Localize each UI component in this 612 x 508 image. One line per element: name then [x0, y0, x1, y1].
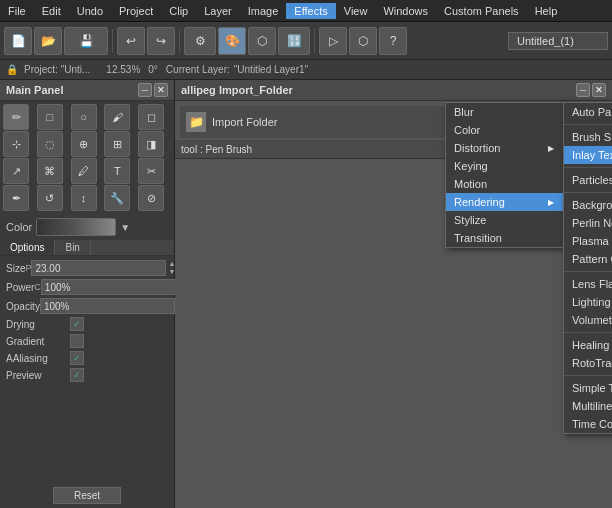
tool-eraser[interactable]: ◻ [138, 104, 164, 130]
menu-undo[interactable]: Undo [69, 3, 111, 19]
size-label: Size [6, 263, 25, 274]
menu-effects-distortion[interactable]: Distortion [446, 139, 564, 157]
menu-bar: File Edit Undo Project Clip Layer Image … [0, 0, 612, 22]
preview-check[interactable]: ✓ [70, 368, 84, 382]
toolbar-save[interactable]: 💾 [64, 27, 108, 55]
menu-effects-motion[interactable]: Motion [446, 175, 564, 193]
toolbar-open[interactable]: 📂 [34, 27, 62, 55]
import-panel-minimize[interactable]: ─ [576, 83, 590, 97]
tool-lasso[interactable]: ◌ [37, 131, 63, 157]
tool-a3[interactable]: 🖊 [71, 158, 97, 184]
submenu-pattern[interactable]: Pattern Generator [564, 250, 612, 268]
submenu-perlin[interactable]: Perlin Noise [564, 214, 612, 232]
submenu-healing[interactable]: Healing Tracker [564, 336, 612, 354]
aaliasing-check[interactable]: ✓ [70, 351, 84, 365]
tool-b4[interactable]: 🔧 [104, 185, 130, 211]
submenu-brush-spreading[interactable]: Brush Spreading [564, 128, 612, 146]
menu-file[interactable]: File [0, 3, 34, 19]
panel-footer: Reset [0, 483, 174, 508]
tool-rect[interactable]: □ [37, 104, 63, 130]
opacity-row: Opacity ▲ ▼ [6, 298, 168, 314]
tool-a5[interactable]: ✂ [138, 158, 164, 184]
menu-effects-rendering[interactable]: Rendering [446, 193, 564, 211]
tool-warp[interactable]: ⊕ [71, 131, 97, 157]
project-title: Untitled_(1) [508, 32, 608, 50]
tool-a2[interactable]: ⌘ [37, 158, 63, 184]
main-panel-minimize[interactable]: ─ [138, 83, 152, 97]
submenu-plasma[interactable]: Plasma [564, 232, 612, 250]
tool-circle[interactable]: ○ [71, 104, 97, 130]
menu-effects-keying[interactable]: Keying [446, 157, 564, 175]
toolbar-btn4[interactable]: 🎨 [218, 27, 246, 55]
menu-image[interactable]: Image [240, 3, 287, 19]
toolbar-sep3 [314, 29, 315, 53]
menu-help[interactable]: Help [527, 3, 566, 19]
menu-effects-blur[interactable]: Blur [446, 103, 564, 121]
layer-name: "Untitled Layer1" [234, 64, 308, 75]
menu-effects-stylize[interactable]: Stylize [446, 211, 564, 229]
toolbar-right: Untitled_(1) [508, 32, 608, 50]
tab-bin[interactable]: Bin [55, 240, 90, 255]
toolbar-stop[interactable]: ⬡ [349, 27, 377, 55]
tool-b3[interactable]: ↕ [71, 185, 97, 211]
submenu-simple-text[interactable]: Simple Text [564, 379, 612, 397]
power-input[interactable] [41, 279, 176, 295]
submenu-timecode[interactable]: Time Code Generator [564, 415, 612, 433]
menu-edit[interactable]: Edit [34, 3, 69, 19]
submenu-background[interactable]: Background Generator [564, 196, 612, 214]
toolbar-btn5[interactable]: ⬡ [248, 27, 276, 55]
tool-grid[interactable]: ⊞ [104, 131, 130, 157]
color-dropdown-arrow[interactable]: ▼ [120, 222, 130, 233]
toolbar-redo[interactable]: ↪ [147, 27, 175, 55]
submenu-particles[interactable]: Particles Generator [564, 171, 612, 189]
menu-layer[interactable]: Layer [196, 3, 240, 19]
import-panel-close[interactable]: ✕ [592, 83, 606, 97]
tool-select[interactable]: ⊹ [3, 131, 29, 157]
effects-menu: Blur Color Distortion Keying Motion Rend… [445, 102, 565, 248]
menu-effects[interactable]: Effects [286, 3, 335, 19]
toolbar-new[interactable]: 📄 [4, 27, 32, 55]
submenu-auto-paint[interactable]: Auto Paint [564, 103, 612, 121]
power-label: Power [6, 282, 34, 293]
menu-windows[interactable]: Windows [375, 3, 436, 19]
tool-a1[interactable]: ↗ [3, 158, 29, 184]
tool-b5[interactable]: ⊘ [138, 185, 164, 211]
toolbar-sep2 [179, 29, 180, 53]
tool-b2[interactable]: ↺ [37, 185, 63, 211]
color-swatch[interactable] [36, 218, 116, 236]
toolbar-undo[interactable]: ↩ [117, 27, 145, 55]
menu-effects-transition[interactable]: Transition [446, 229, 564, 247]
brush-panel-title: tool : Pen Brush [181, 144, 252, 155]
main-panel-close[interactable]: ✕ [154, 83, 168, 97]
toolbar-btn6[interactable]: 🔢 [278, 27, 310, 55]
submenu-lighting[interactable]: Lighting [564, 293, 612, 311]
submenu-lens-flare[interactable]: Lens Flare [564, 275, 612, 293]
submenu-multiline-text[interactable]: Multiline Text [564, 397, 612, 415]
size-input[interactable] [31, 260, 166, 276]
import-panel-title: allipeg Import_Folder [181, 84, 293, 96]
angle: 0° [148, 64, 158, 75]
tool-b1[interactable]: ✒ [3, 185, 29, 211]
opacity-input[interactable] [40, 298, 175, 314]
tool-pen[interactable]: ✏ [3, 104, 29, 130]
menu-effects-color[interactable]: Color [446, 121, 564, 139]
menu-project[interactable]: Project [111, 3, 161, 19]
toolbar: 📄 📂 💾 ↩ ↪ ⚙ 🎨 ⬡ 🔢 ▷ ⬡ ? Untitled_(1) [0, 22, 612, 60]
menu-custom-panels[interactable]: Custom Panels [436, 3, 527, 19]
toolbar-help[interactable]: ? [379, 27, 407, 55]
toolbar-play[interactable]: ▷ [319, 27, 347, 55]
tab-options[interactable]: Options [0, 240, 55, 255]
submenu-volumetric[interactable]: Volumetric Light [564, 311, 612, 329]
submenu-inlay-texture[interactable]: Inlay Texture [564, 146, 612, 164]
reset-button[interactable]: Reset [53, 487, 121, 504]
menu-view[interactable]: View [336, 3, 376, 19]
submenu-div3 [564, 192, 612, 193]
gradient-check[interactable]: ✓ [70, 334, 84, 348]
tool-brush[interactable]: 🖌 [104, 104, 130, 130]
tool-a4[interactable]: T [104, 158, 130, 184]
submenu-rototracking[interactable]: RotoTracking [564, 354, 612, 372]
tool-fill[interactable]: ◨ [138, 131, 164, 157]
menu-clip[interactable]: Clip [161, 3, 196, 19]
toolbar-btn3[interactable]: ⚙ [184, 27, 216, 55]
drying-check[interactable]: ✓ [70, 317, 84, 331]
